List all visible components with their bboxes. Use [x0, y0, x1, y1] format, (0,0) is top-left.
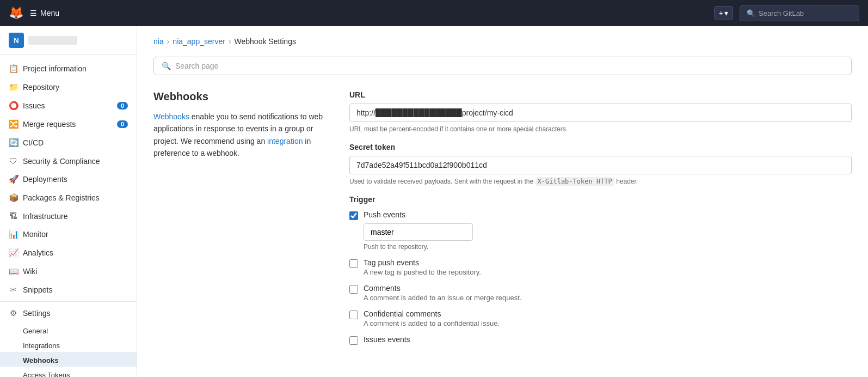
tag-push-title: Tag push events — [364, 258, 481, 267]
push-branch-hint: Push to the repository. — [364, 243, 473, 251]
monitor-icon: 📊 — [9, 229, 17, 239]
push-events-checkbox[interactable] — [349, 211, 358, 220]
sidebar-item-label: Monitor — [23, 230, 128, 239]
sidebar-item-monitor[interactable]: 📊 Monitor — [0, 225, 137, 244]
secret-token-group: Secret token Used to validate received p… — [349, 143, 852, 185]
sidebar: N 📋 Project information 📁 Repository ⭕ I… — [0, 26, 137, 377]
comments-checkbox[interactable] — [349, 285, 358, 294]
issues-events-row: Issues events — [349, 335, 852, 345]
tag-push-desc: A new tag is pushed to the repository. — [364, 268, 481, 276]
secret-hint-prefix: Used to validate received payloads. Sent… — [349, 178, 535, 185]
project-name — [28, 36, 77, 45]
comments-row: Comments A comment is added to an issue … — [349, 284, 852, 302]
project-header: N — [0, 26, 137, 55]
confidential-comments-checkbox[interactable] — [349, 311, 358, 319]
plus-icon: + — [719, 9, 723, 17]
tag-push-events-checkbox[interactable] — [349, 259, 358, 268]
tag-push-content: Tag push events A new tag is pushed to t… — [364, 258, 481, 276]
menu-label: Menu — [40, 9, 59, 17]
avatar: N — [9, 33, 24, 48]
snippets-icon: ✂ — [9, 285, 17, 295]
sidebar-item-project-information[interactable]: 📋 Project information — [0, 59, 137, 78]
sidebar-item-label: Merge requests — [23, 120, 112, 129]
sidebar-item-security-compliance[interactable]: 🛡 Security & Compliance — [0, 152, 137, 170]
merge-icon: 🔀 — [9, 119, 17, 129]
global-search[interactable]: 🔍 Search GitLab — [740, 5, 859, 21]
sidebar-subitem-access-tokens[interactable]: Access Tokens — [0, 367, 137, 377]
sidebar-item-cicd[interactable]: 🔄 CI/CD — [0, 133, 137, 152]
sidebar-item-label: Repository — [23, 83, 128, 92]
trigger-label: Trigger — [349, 195, 852, 204]
webhooks-layout: Webhooks Webhooks enable you to send not… — [153, 90, 852, 355]
tag-push-events-row: Tag push events A new tag is pushed to t… — [349, 258, 852, 276]
webhooks-description: Webhooks Webhooks enable you to send not… — [153, 90, 328, 355]
integration-link[interactable]: integration — [267, 137, 303, 145]
sidebar-item-infrastructure[interactable]: 🏗 Infrastructure — [0, 207, 137, 225]
sidebar-item-packages-registries[interactable]: 📦 Packages & Registries — [0, 188, 137, 207]
breadcrumb: nia › nia_app_server › Webhook Settings — [153, 37, 852, 46]
wiki-icon: 📖 — [9, 266, 17, 276]
sidebar-subitem-general[interactable]: General — [0, 323, 137, 337]
sidebar-item-label: Project information — [23, 64, 128, 73]
search-page-placeholder: Search page — [175, 62, 218, 70]
cicd-icon: 🔄 — [9, 138, 17, 148]
sidebar-subitem-webhooks[interactable]: Webhooks — [0, 352, 137, 367]
hamburger-icon: ☰ — [30, 9, 37, 17]
settings-icon: ⚙ — [9, 308, 17, 318]
sidebar-nav: 📋 Project information 📁 Repository ⭕ Iss… — [0, 55, 137, 377]
secret-token-input[interactable] — [349, 156, 852, 174]
issues-events-checkbox[interactable] — [349, 336, 358, 345]
sidebar-item-snippets[interactable]: ✂ Snippets — [0, 281, 137, 299]
sidebar-subitem-integrations[interactable]: Integrations — [0, 337, 137, 352]
issues-icon: ⭕ — [9, 101, 17, 111]
search-page-icon: 🔍 — [162, 62, 171, 70]
analytics-icon: 📈 — [9, 248, 17, 258]
merge-requests-badge: 0 — [117, 120, 128, 128]
sidebar-item-label: Analytics — [23, 248, 128, 257]
create-new-button[interactable]: + ▾ — [714, 6, 733, 20]
confidential-comments-title: Confidential comments — [364, 309, 500, 318]
breadcrumb-project[interactable]: nia_app_server — [173, 37, 225, 46]
breadcrumb-nia[interactable]: nia — [153, 37, 164, 46]
push-events-title: Push events — [364, 210, 473, 219]
sidebar-item-label: Wiki — [23, 267, 128, 276]
top-navigation: 🦊 ☰ Menu + ▾ 🔍 Search GitLab — [0, 0, 868, 26]
issues-badge: 0 — [117, 102, 128, 110]
chevron-down-icon: ▾ — [724, 9, 728, 17]
sidebar-item-analytics[interactable]: 📈 Analytics — [0, 244, 137, 262]
issues-events-content: Issues events — [364, 335, 410, 344]
main-layout: N 📋 Project information 📁 Repository ⭕ I… — [0, 26, 868, 377]
sidebar-divider — [0, 301, 137, 302]
sidebar-item-label: Security & Compliance — [23, 157, 128, 166]
search-page-bar[interactable]: 🔍 Search page — [153, 57, 852, 75]
menu-button[interactable]: ☰ Menu — [30, 9, 59, 17]
sidebar-item-label: CI/CD — [23, 138, 128, 147]
sidebar-item-wiki[interactable]: 📖 Wiki — [0, 262, 137, 281]
sidebar-item-repository[interactable]: 📁 Repository — [0, 78, 137, 96]
breadcrumb-separator: › — [167, 37, 170, 46]
push-branch-input[interactable] — [364, 223, 473, 241]
sidebar-item-label: Issues — [23, 101, 112, 110]
infrastructure-icon: 🏗 — [9, 211, 17, 221]
sidebar-item-settings[interactable]: ⚙ Settings — [0, 304, 137, 323]
sidebar-item-label: Deployments — [23, 175, 128, 184]
webhooks-form: URL URL must be percent-encoded if it co… — [349, 90, 852, 355]
url-group: URL URL must be percent-encoded if it co… — [349, 90, 852, 133]
sidebar-item-deployments[interactable]: 🚀 Deployments — [0, 170, 137, 188]
search-placeholder: Search GitLab — [759, 9, 804, 17]
confidential-comments-content: Confidential comments A comment is added… — [364, 309, 500, 327]
secret-token-label: Secret token — [349, 143, 852, 151]
confidential-comments-desc: A comment is added to a confidential iss… — [364, 319, 500, 327]
gitlab-logo: 🦊 — [9, 6, 23, 20]
push-events-content: Push events Push to the repository. — [364, 210, 473, 251]
webhooks-link[interactable]: Webhooks — [153, 112, 189, 121]
sidebar-item-label: Infrastructure — [23, 212, 128, 221]
url-input[interactable] — [349, 104, 852, 122]
sidebar-item-label: Packages & Registries — [23, 193, 128, 202]
breadcrumb-separator: › — [229, 37, 231, 46]
shield-icon: 🛡 — [9, 156, 17, 166]
search-icon: 🔍 — [747, 9, 755, 17]
webhooks-description-text: Webhooks enable you to send notification… — [153, 111, 328, 160]
sidebar-item-issues[interactable]: ⭕ Issues 0 — [0, 96, 137, 115]
sidebar-item-merge-requests[interactable]: 🔀 Merge requests 0 — [0, 115, 137, 133]
